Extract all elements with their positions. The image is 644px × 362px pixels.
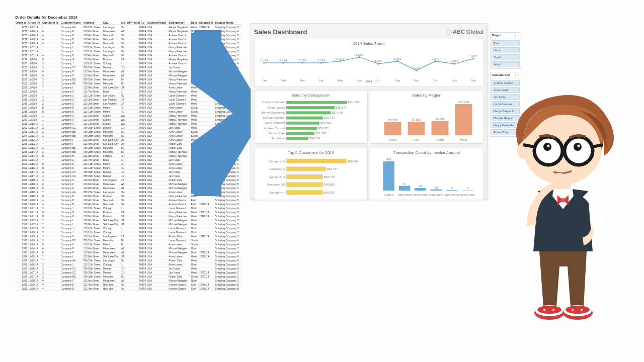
svg-text:438: 438 xyxy=(386,158,392,161)
column-header: Salesperson xyxy=(168,21,190,25)
svg-point-129 xyxy=(543,309,545,311)
svg-text:$40,156: $40,156 xyxy=(309,137,320,140)
svg-text:4,995: 4,995 xyxy=(374,60,382,63)
svg-text:4,134: 4,134 xyxy=(413,66,421,69)
svg-text:Dec: Dec xyxy=(471,79,476,82)
svg-text:2000-3000: 2000-3000 xyxy=(413,194,428,197)
svg-point-9 xyxy=(282,62,284,64)
svg-text:88,176: 88,176 xyxy=(388,119,397,122)
dashboard-title: Sales Dashboard xyxy=(254,28,307,36)
svg-text:$51,388: $51,388 xyxy=(315,132,327,135)
svg-text:71: 71 xyxy=(403,183,407,186)
svg-text:Robert Zare: Robert Zare xyxy=(269,132,285,135)
svg-point-119 xyxy=(578,145,580,147)
slicer-item[interactable]: North xyxy=(492,47,520,53)
slicer-salesperson-title: Salesperson xyxy=(492,73,510,77)
top5-chart-panel: Top 5 Customers for 2014 Company D$80,24… xyxy=(254,148,368,200)
svg-rect-59 xyxy=(286,127,317,130)
svg-text:Aug: Aug xyxy=(394,79,400,82)
trend-chart-title: 2014 Sales Trend xyxy=(257,41,481,46)
svg-rect-91 xyxy=(455,104,472,135)
svg-text:Oct: Oct xyxy=(433,79,438,82)
region-chart-panel: Sales by Region 88,176South90,063East93,… xyxy=(370,90,484,144)
slicer-item[interactable]: East xyxy=(492,40,520,46)
table-row: 131212/21/142Company J123 10th StreetChi… xyxy=(15,206,242,210)
svg-text:North: North xyxy=(436,138,444,141)
trend-chart-panel: 2014 Sales Trend 5,134Jan5,134Feb5,134Ma… xyxy=(254,39,484,86)
svg-text:4,993: 4,993 xyxy=(451,60,459,63)
table-row: 131612/22/147Company I123 9th StreetSalt… xyxy=(15,222,242,226)
svg-text:5,134: 5,134 xyxy=(298,59,306,62)
filter-icon[interactable]: ⋮≡ xyxy=(514,73,519,77)
invoice-chart-title: Transaction Count by Invoice Amount xyxy=(372,150,481,155)
svg-rect-85 xyxy=(408,122,425,135)
top5-chart-title: Top 5 Customers for 2014 xyxy=(257,150,365,155)
svg-text:1000-2000: 1000-2000 xyxy=(397,194,412,197)
svg-text:May: May xyxy=(338,79,343,82)
svg-point-131 xyxy=(572,309,574,311)
sales-dashboard: Sales Dashboard ABC Global 2014 Sales Tr… xyxy=(251,23,487,199)
svg-text:$81,468: $81,468 xyxy=(332,111,343,114)
column-header: Customer Id xyxy=(42,21,60,25)
svg-text:$88,178: $88,178 xyxy=(336,106,347,109)
svg-text:4000-5000: 4000-5000 xyxy=(445,194,459,197)
svg-text:Jan Kotas: Jan Kotas xyxy=(271,137,285,140)
slicer-item[interactable]: South xyxy=(492,54,520,60)
table-row: 132612/26/142Company J123 10th StreetChi… xyxy=(15,262,242,266)
svg-text:5,349: 5,349 xyxy=(393,57,401,60)
svg-text:East: East xyxy=(413,138,419,141)
svg-rect-88 xyxy=(432,121,449,135)
svg-point-30 xyxy=(416,69,418,71)
filter-icon[interactable]: ⋮≡ xyxy=(514,34,519,38)
svg-text:Jan: Jan xyxy=(262,79,267,82)
svg-text:5,134: 5,134 xyxy=(260,59,268,62)
trend-line-chart: 5,134Jan5,134Feb5,134Mar5,134Apr5,349May… xyxy=(258,47,479,82)
svg-point-36 xyxy=(453,63,455,65)
column-header: Order Id xyxy=(15,21,28,25)
svg-text:207,265: 207,265 xyxy=(458,101,469,104)
svg-rect-62 xyxy=(286,132,314,135)
svg-text:South: South xyxy=(389,138,397,141)
svg-point-27 xyxy=(396,60,398,62)
svg-rect-71 xyxy=(286,166,326,171)
svg-text:$48,283: $48,283 xyxy=(324,191,335,194)
table-row: 131312/21/148Company H123 8th StreetPort… xyxy=(15,210,242,214)
svg-rect-68 xyxy=(286,159,347,163)
svg-text:2014: 2014 xyxy=(365,80,372,82)
top5-bar-chart: Company D$80,244Company A$52,767Company … xyxy=(258,156,364,198)
svg-point-128 xyxy=(566,306,590,314)
svg-point-15 xyxy=(320,62,323,64)
svg-text:Feb: Feb xyxy=(281,79,286,82)
table-row: 132012/23/142Company BB789 28th StreetMe… xyxy=(15,238,242,242)
table-row: 132912/27/142Company BB789 28th StreetMe… xyxy=(15,275,242,279)
svg-rect-109 xyxy=(462,190,473,191)
svg-text:5,670: 5,670 xyxy=(469,55,477,58)
svg-point-39 xyxy=(472,58,474,60)
svg-text:$56,285: $56,285 xyxy=(318,127,329,130)
svg-text:$66,743: $66,743 xyxy=(324,116,335,119)
table-row: 131112/20/144Company D123 4th StreetNew … xyxy=(15,202,242,206)
svg-text:Company BB: Company BB xyxy=(267,183,285,186)
svg-text:$52,767: $52,767 xyxy=(327,167,338,170)
svg-point-21 xyxy=(358,56,360,58)
column-header: Order Da xyxy=(28,21,42,25)
table-row: 131712/22/142Company J123 10th StreetChi… xyxy=(15,226,242,230)
thinking-nerd-cartoon xyxy=(503,90,619,332)
svg-text:West: West xyxy=(460,138,467,141)
slicer-item[interactable]: Andrew Cencini xyxy=(492,80,520,86)
slicer-region: Region⋮≡ EastNorthSouthWest xyxy=(490,32,521,69)
svg-text:5000-6000: 5000-6000 xyxy=(460,194,475,197)
column-header: Address xyxy=(83,21,102,25)
svg-text:$80,244: $80,244 xyxy=(348,160,359,163)
svg-point-6 xyxy=(263,62,265,64)
svg-text:5,134: 5,134 xyxy=(317,59,326,62)
svg-text:Andrew Cencini: Andrew Cencini xyxy=(264,127,285,130)
svg-text:$48,740: $48,740 xyxy=(324,175,335,178)
salesperson-chart-title: Sales by Salesperson xyxy=(257,93,365,98)
svg-rect-97 xyxy=(399,186,411,191)
table-row: 132212/24/146Company F123 6th StreetMilw… xyxy=(15,246,242,250)
table-row: 132712/26/143Company CC789 29th StreetDe… xyxy=(15,266,242,270)
svg-text:5,349: 5,349 xyxy=(432,57,440,60)
svg-point-132 xyxy=(581,309,583,311)
slicer-item[interactable]: West xyxy=(492,61,520,67)
